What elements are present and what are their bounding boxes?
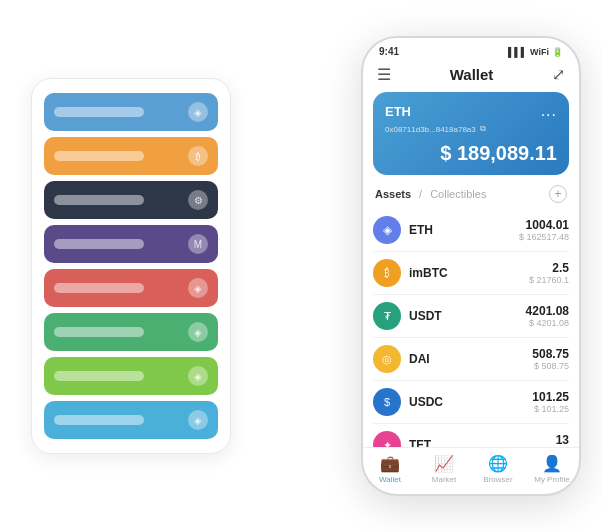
stack-card-icon-4: M (188, 234, 208, 254)
asset-balance-eth: 1004.01 (519, 218, 569, 232)
stack-card-1[interactable]: ◈ (44, 93, 218, 131)
tft-icon: ✦ (373, 431, 401, 447)
add-asset-button[interactable]: + (549, 185, 567, 203)
stack-card-icon-1: ◈ (188, 102, 208, 122)
status-bar: 9:41 ▌▌▌ WiFi 🔋 (363, 38, 579, 61)
stack-card-icon-2: ₿ (188, 146, 208, 166)
usdt-icon: ₮ (373, 302, 401, 330)
assets-tabs: Assets / Collectibles (375, 188, 486, 200)
eth-label: ETH (385, 104, 411, 119)
browser-nav-label: Browser (483, 475, 512, 484)
dai-icon: ◎ (373, 345, 401, 373)
wallet-nav-label: Wallet (379, 475, 401, 484)
asset-balance-tft: 13 (556, 433, 569, 447)
asset-name-imbtc: imBTC (409, 266, 529, 280)
stack-card-7[interactable]: ◈ (44, 357, 218, 395)
asset-name-tft: TFT (409, 438, 556, 447)
asset-list: ◈ ETH 1004.01 $ 162517.48 ₿ imBTC 2.5 $ … (363, 209, 579, 447)
nav-browser[interactable]: 🌐 Browser (471, 454, 525, 484)
market-nav-icon: 📈 (434, 454, 454, 473)
tab-assets[interactable]: Assets (375, 188, 411, 200)
asset-amounts-usdt: 4201.08 $ 4201.08 (526, 304, 569, 328)
stack-card-label-3 (54, 195, 144, 205)
eth-address: 0x08711d3b...8418a78a3 ⧉ (385, 124, 557, 134)
asset-name-usdc: USDC (409, 395, 532, 409)
stack-card-label-6 (54, 327, 144, 337)
asset-amounts-dai: 508.75 $ 508.75 (532, 347, 569, 371)
stack-card-icon-7: ◈ (188, 366, 208, 386)
stack-card-label-8 (54, 415, 144, 425)
eth-card[interactable]: ETH ... 0x08711d3b...8418a78a3 ⧉ $ 189,0… (373, 92, 569, 175)
eth-more-icon[interactable]: ... (541, 102, 557, 120)
stack-card-icon-6: ◈ (188, 322, 208, 342)
scene: ◈ ₿ ⚙ M ◈ ◈ ◈ ◈ (11, 11, 591, 521)
copy-icon[interactable]: ⧉ (480, 124, 486, 134)
eth-card-top: ETH ... (385, 102, 557, 120)
stack-card-2[interactable]: ₿ (44, 137, 218, 175)
stack-card-8[interactable]: ◈ (44, 401, 218, 439)
assets-header: Assets / Collectibles + (363, 185, 579, 209)
stack-card-icon-3: ⚙ (188, 190, 208, 210)
asset-name-dai: DAI (409, 352, 532, 366)
asset-balance-usdc: 101.25 (532, 390, 569, 404)
nav-wallet[interactable]: 💼 Wallet (363, 454, 417, 484)
phone-mockup: 9:41 ▌▌▌ WiFi 🔋 ☰ Wallet ⤢ ETH ... 0x087… (361, 36, 581, 496)
asset-name-usdt: USDT (409, 309, 526, 323)
asset-info-usdt: USDT (409, 309, 526, 323)
asset-amounts-usdc: 101.25 $ 101.25 (532, 390, 569, 414)
asset-balance-dai: 508.75 (532, 347, 569, 361)
menu-icon[interactable]: ☰ (377, 65, 391, 84)
asset-usd-eth: $ 162517.48 (519, 232, 569, 242)
stack-card-5[interactable]: ◈ (44, 269, 218, 307)
eth-balance: $ 189,089.11 (385, 142, 557, 165)
card-stack: ◈ ₿ ⚙ M ◈ ◈ ◈ ◈ (31, 78, 231, 454)
stack-card-6[interactable]: ◈ (44, 313, 218, 351)
status-time: 9:41 (379, 46, 399, 57)
bottom-nav: 💼 Wallet 📈 Market 🌐 Browser 👤 My Profile (363, 447, 579, 494)
expand-icon[interactable]: ⤢ (552, 65, 565, 84)
browser-nav-icon: 🌐 (488, 454, 508, 473)
asset-item-eth[interactable]: ◈ ETH 1004.01 $ 162517.48 (373, 209, 569, 252)
stack-card-3[interactable]: ⚙ (44, 181, 218, 219)
battery-icon: 🔋 (552, 47, 563, 57)
wallet-nav-icon: 💼 (380, 454, 400, 473)
eth-icon: ◈ (373, 216, 401, 244)
asset-info-tft: TFT (409, 438, 556, 447)
asset-info-imbtc: imBTC (409, 266, 529, 280)
asset-usd-dai: $ 508.75 (532, 361, 569, 371)
profile-nav-label: My Profile (534, 475, 570, 484)
asset-item-usdt[interactable]: ₮ USDT 4201.08 $ 4201.08 (373, 295, 569, 338)
tab-divider: / (419, 188, 422, 200)
page-title: Wallet (450, 66, 494, 83)
asset-amounts-imbtc: 2.5 $ 21760.1 (529, 261, 569, 285)
profile-nav-icon: 👤 (542, 454, 562, 473)
stack-card-label-1 (54, 107, 144, 117)
stack-card-4[interactable]: M (44, 225, 218, 263)
status-icons: ▌▌▌ WiFi 🔋 (508, 47, 563, 57)
wifi-icon: WiFi (530, 47, 549, 57)
stack-card-label-7 (54, 371, 144, 381)
asset-item-imbtc[interactable]: ₿ imBTC 2.5 $ 21760.1 (373, 252, 569, 295)
asset-item-dai[interactable]: ◎ DAI 508.75 $ 508.75 (373, 338, 569, 381)
asset-balance-usdt: 4201.08 (526, 304, 569, 318)
asset-info-dai: DAI (409, 352, 532, 366)
asset-amounts-tft: 13 0 (556, 433, 569, 447)
stack-card-label-5 (54, 283, 144, 293)
asset-item-usdc[interactable]: $ USDC 101.25 $ 101.25 (373, 381, 569, 424)
stack-card-icon-5: ◈ (188, 278, 208, 298)
nav-market[interactable]: 📈 Market (417, 454, 471, 484)
usdc-icon: $ (373, 388, 401, 416)
asset-amounts-eth: 1004.01 $ 162517.48 (519, 218, 569, 242)
asset-item-tft[interactable]: ✦ TFT 13 0 (373, 424, 569, 447)
signal-icon: ▌▌▌ (508, 47, 527, 57)
asset-info-usdc: USDC (409, 395, 532, 409)
phone-header: ☰ Wallet ⤢ (363, 61, 579, 92)
stack-card-label-2 (54, 151, 144, 161)
asset-usd-usdc: $ 101.25 (532, 404, 569, 414)
asset-usd-imbtc: $ 21760.1 (529, 275, 569, 285)
asset-name-eth: ETH (409, 223, 519, 237)
nav-profile[interactable]: 👤 My Profile (525, 454, 579, 484)
market-nav-label: Market (432, 475, 456, 484)
tab-collectibles[interactable]: Collectibles (430, 188, 486, 200)
asset-usd-usdt: $ 4201.08 (526, 318, 569, 328)
